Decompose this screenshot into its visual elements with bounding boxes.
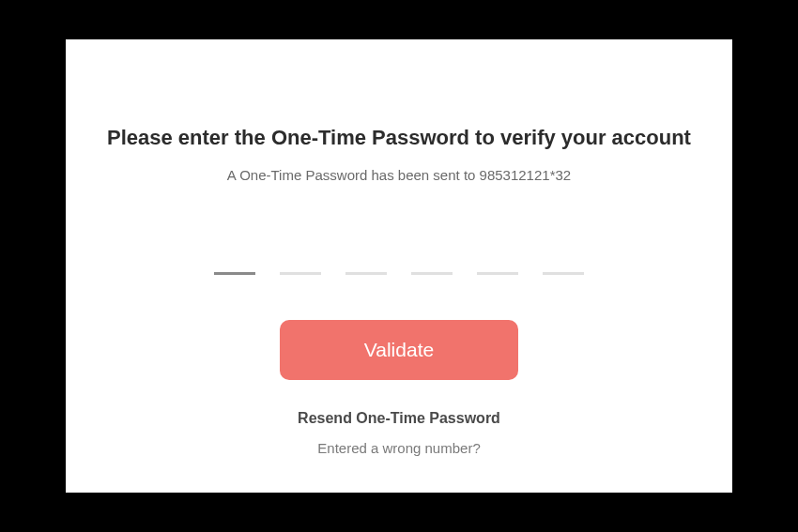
otp-digit-3[interactable] — [345, 249, 387, 275]
otp-input-group — [66, 249, 732, 275]
otp-digit-1[interactable] — [214, 249, 255, 275]
wrong-number-link[interactable]: Entered a wrong number? — [66, 440, 732, 456]
validate-button[interactable]: Validate — [280, 320, 518, 380]
page-subtitle: A One-Time Password has been sent to 985… — [66, 167, 732, 183]
otp-digit-4[interactable] — [411, 249, 453, 275]
otp-digit-2[interactable] — [280, 249, 321, 275]
otp-verification-card: Please enter the One-Time Password to ve… — [66, 39, 732, 493]
page-title: Please enter the One-Time Password to ve… — [66, 126, 732, 150]
resend-otp-link[interactable]: Resend One-Time Password — [66, 410, 732, 427]
otp-digit-5[interactable] — [477, 249, 518, 275]
otp-digit-6[interactable] — [543, 249, 584, 275]
